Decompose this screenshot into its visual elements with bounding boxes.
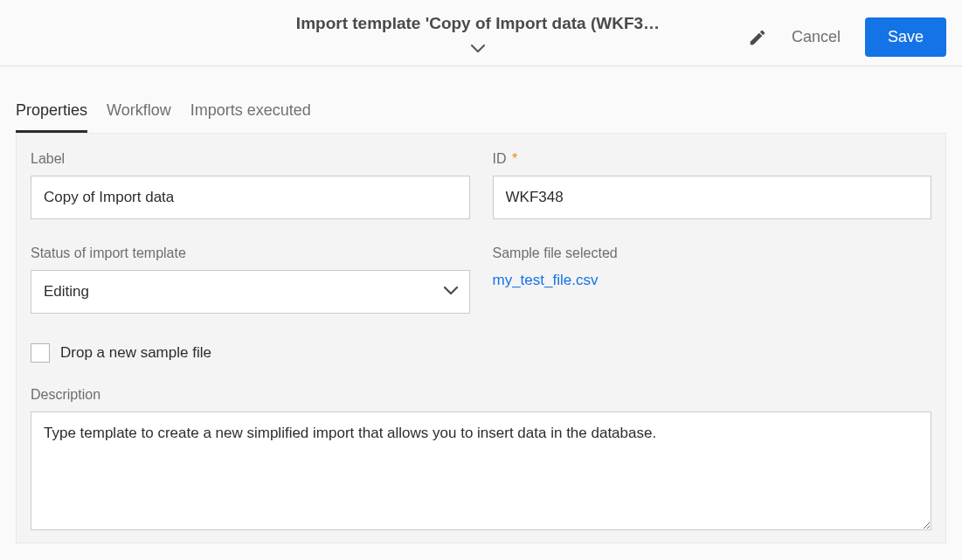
required-indicator: * (512, 151, 517, 166)
page-title: Import template 'Copy of Import data (WK… (296, 14, 660, 33)
chevron-down-icon[interactable] (471, 42, 485, 58)
sample-file-label: Sample file selected (493, 245, 932, 261)
cancel-button[interactable]: Cancel (792, 28, 841, 46)
pencil-icon[interactable] (748, 28, 767, 47)
tab-properties[interactable]: Properties (16, 101, 87, 133)
drop-sample-label: Drop a new sample file (60, 344, 211, 362)
status-select-value: Editing (44, 283, 89, 301)
status-field-label: Status of import template (31, 245, 470, 261)
label-field-group: Label (31, 151, 470, 219)
form-row-2: Status of import template Editing Sample… (31, 245, 931, 314)
status-select-wrap: Editing (31, 270, 470, 314)
label-input[interactable] (31, 176, 470, 219)
status-field-group: Status of import template Editing (31, 245, 470, 314)
tab-bar: Properties Workflow Imports executed (0, 66, 962, 133)
properties-panel: Label ID * Status of import template Edi… (16, 133, 946, 543)
tab-imports-executed[interactable]: Imports executed (190, 101, 311, 133)
description-label: Description (31, 387, 931, 403)
description-group: Description (31, 387, 931, 534)
description-textarea[interactable] (31, 411, 931, 530)
drop-sample-row: Drop a new sample file (31, 343, 931, 363)
drop-sample-checkbox[interactable] (31, 343, 50, 363)
id-field-group: ID * (493, 151, 932, 219)
id-label-text: ID (493, 151, 507, 166)
label-field-label: Label (31, 151, 470, 167)
tab-workflow[interactable]: Workflow (107, 101, 171, 133)
header-title-section: Import template 'Copy of Import data (WK… (208, 12, 748, 58)
form-row-1: Label ID * (31, 151, 931, 219)
sample-file-group: Sample file selected my_test_file.csv (493, 245, 932, 314)
sample-file-link[interactable]: my_test_file.csv (493, 272, 932, 289)
header-actions: Cancel Save (748, 12, 946, 57)
id-input[interactable] (493, 176, 932, 219)
page-header: Import template 'Copy of Import data (WK… (0, 0, 962, 66)
status-select[interactable]: Editing (31, 270, 470, 314)
id-field-label: ID * (493, 151, 932, 167)
save-button[interactable]: Save (865, 17, 946, 57)
